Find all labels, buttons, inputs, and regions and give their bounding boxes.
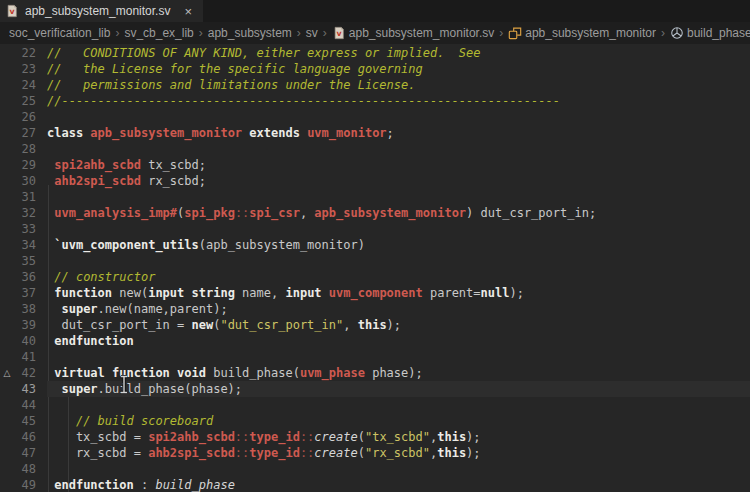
gutter-padding xyxy=(36,381,47,397)
code-line[interactable]: 40 endfunction xyxy=(0,333,750,349)
gutter-padding xyxy=(36,45,47,61)
code-line[interactable]: 44 xyxy=(0,397,750,413)
gutter-decoration xyxy=(0,141,14,157)
code-line[interactable]: 37 function new(input string name, input… xyxy=(0,285,750,301)
line-number[interactable]: 25 xyxy=(14,93,36,109)
line-number[interactable]: 24 xyxy=(14,77,36,93)
line-number[interactable]: 37 xyxy=(14,285,36,301)
code-line[interactable]: 26 xyxy=(0,109,750,125)
tab-bar: v apb_subsystem_monitor.sv × xyxy=(0,0,750,22)
gutter-padding xyxy=(36,461,47,477)
code-line[interactable]: 49 endfunction : build_phase xyxy=(0,477,750,492)
code-text: tx_scbd = spi2ahb_scbd::type_id::create(… xyxy=(47,429,750,445)
breadcrumb-separator-icon: › xyxy=(661,26,665,40)
tab-title: apb_subsystem_monitor.sv xyxy=(25,4,170,18)
line-number[interactable]: 41 xyxy=(14,349,36,365)
line-number[interactable]: 29 xyxy=(14,157,36,173)
code-line[interactable]: 25//------------------------------------… xyxy=(0,93,750,109)
code-line[interactable]: 27class apb_subsystem_monitor extends uv… xyxy=(0,125,750,141)
line-number[interactable]: 32 xyxy=(14,205,36,221)
tab-apb-subsystem-monitor[interactable]: v apb_subsystem_monitor.sv × xyxy=(0,0,203,22)
code-line[interactable]: 43 super.build_phase(phase); xyxy=(0,381,750,397)
gutter-padding xyxy=(36,61,47,77)
line-number[interactable]: 46 xyxy=(14,429,36,445)
code-line[interactable]: 23// the License for the specific langua… xyxy=(0,61,750,77)
code-line[interactable]: 22// CONDITIONS OF ANY KIND, either expr… xyxy=(0,45,750,61)
line-number[interactable]: 35 xyxy=(14,253,36,269)
code-line[interactable]: 32 uvm_analysis_imp#(spi_pkg::spi_csr, a… xyxy=(0,205,750,221)
gutter-decoration xyxy=(0,125,14,141)
line-number[interactable]: 30 xyxy=(14,173,36,189)
gutter-padding xyxy=(36,269,47,285)
line-number[interactable]: 44 xyxy=(14,397,36,413)
method-icon xyxy=(670,26,684,40)
line-number[interactable]: 49 xyxy=(14,477,36,492)
code-text: // build scoreboard xyxy=(47,413,750,429)
breadcrumb-item-build_phase[interactable]: build_phase() xyxy=(669,26,750,40)
line-number[interactable]: 26 xyxy=(14,109,36,125)
code-line[interactable]: 31 xyxy=(0,189,750,205)
code-text: endfunction xyxy=(47,333,750,349)
code-editor[interactable]: 22// CONDITIONS OF ANY KIND, either expr… xyxy=(0,44,750,492)
code-text xyxy=(47,109,750,125)
gutter-decoration xyxy=(0,301,14,317)
breadcrumb-item-sv_cb_ex_lib[interactable]: sv_cb_ex_lib xyxy=(123,26,194,40)
line-number[interactable]: 34 xyxy=(14,237,36,253)
code-line[interactable]: 24// permissions and limitations under t… xyxy=(0,77,750,93)
code-line[interactable]: 33 xyxy=(0,221,750,237)
gutter-padding xyxy=(36,205,47,221)
code-text: `uvm_component_utils(apb_subsystem_monit… xyxy=(47,237,750,253)
code-line[interactable]: 46 tx_scbd = spi2ahb_scbd::type_id::crea… xyxy=(0,429,750,445)
code-line[interactable]: △42 virtual function void build_phase(uv… xyxy=(0,365,750,381)
breadcrumb-item-soc_verification_lib[interactable]: soc_verification_lib xyxy=(8,26,111,40)
line-number[interactable]: 48 xyxy=(14,461,36,477)
line-number[interactable]: 43 xyxy=(14,381,36,397)
code-line[interactable]: 38 super.new(name,parent); xyxy=(0,301,750,317)
breadcrumb-separator-icon: › xyxy=(297,26,301,40)
breadcrumb-item-sv[interactable]: sv xyxy=(305,26,319,40)
code-text: super.build_phase(phase); xyxy=(47,381,750,397)
gutter-padding xyxy=(36,333,47,349)
gutter-decoration xyxy=(0,45,14,61)
code-line[interactable]: 39 dut_csr_port_in = new("dut_csr_port_i… xyxy=(0,317,750,333)
code-text: class apb_subsystem_monitor extends uvm_… xyxy=(47,125,750,141)
code-line[interactable]: 41 xyxy=(0,349,750,365)
code-line[interactable]: 35 xyxy=(0,253,750,269)
gutter-decoration xyxy=(0,93,14,109)
line-number[interactable]: 38 xyxy=(14,301,36,317)
code-line[interactable]: 48 xyxy=(0,461,750,477)
line-number[interactable]: 36 xyxy=(14,269,36,285)
code-line[interactable]: 45 // build scoreboard xyxy=(0,413,750,429)
gutter-decoration xyxy=(0,221,14,237)
code-line[interactable]: 30 ahb2spi_scbd rx_scbd; xyxy=(0,173,750,189)
code-line[interactable]: 29 spi2ahb_scbd tx_scbd; xyxy=(0,157,750,173)
line-number[interactable]: 42 xyxy=(14,365,36,381)
code-line[interactable]: 47 rx_scbd = ahb2spi_scbd::type_id::crea… xyxy=(0,445,750,461)
breadcrumb-item-apb_subsystem_monitor.sv[interactable]: vapb_subsystem_monitor.sv xyxy=(331,26,495,40)
code-line[interactable]: 36 // constructor xyxy=(0,269,750,285)
code-line[interactable]: 28 xyxy=(0,141,750,157)
line-number[interactable]: 45 xyxy=(14,413,36,429)
line-number[interactable]: 47 xyxy=(14,445,36,461)
line-number[interactable]: 33 xyxy=(14,221,36,237)
line-number[interactable]: 27 xyxy=(14,125,36,141)
gutter-padding xyxy=(36,397,47,413)
breadcrumb-label: sv xyxy=(306,26,318,40)
gutter-decoration xyxy=(0,317,14,333)
gutter-padding xyxy=(36,93,47,109)
code-text xyxy=(47,141,750,157)
breadcrumb-item-apb_subsystem[interactable]: apb_subsystem xyxy=(207,26,293,40)
code-line[interactable]: 34 `uvm_component_utils(apb_subsystem_mo… xyxy=(0,237,750,253)
gutter-padding xyxy=(36,253,47,269)
gutter-padding xyxy=(36,77,47,93)
line-number[interactable]: 22 xyxy=(14,45,36,61)
close-icon[interactable]: × xyxy=(182,5,194,18)
code-text xyxy=(47,349,750,365)
class-icon xyxy=(508,26,522,40)
line-number[interactable]: 23 xyxy=(14,61,36,77)
breadcrumb-item-apb_subsystem_monitor[interactable]: apb_subsystem_monitor xyxy=(507,26,657,40)
line-number[interactable]: 40 xyxy=(14,333,36,349)
line-number[interactable]: 28 xyxy=(14,141,36,157)
line-number[interactable]: 39 xyxy=(14,317,36,333)
line-number[interactable]: 31 xyxy=(14,189,36,205)
